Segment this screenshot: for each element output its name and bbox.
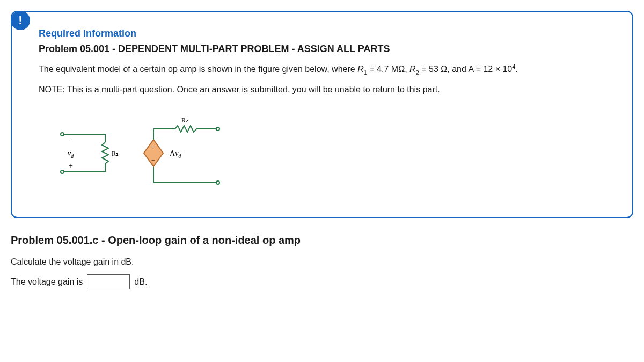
minus-label: − xyxy=(69,136,73,144)
opamp-model-svg: − + vd R₁ xyxy=(41,113,234,193)
subproblem-heading: Problem 05.001.c - Open-loop gain of a n… xyxy=(11,234,633,247)
problem-description: The equivalent model of a certain op amp… xyxy=(39,62,611,77)
diamond-minus: − xyxy=(151,156,155,164)
exclamation-icon: ! xyxy=(18,13,22,27)
prompt-text: Calculate the voltage gain in dB. xyxy=(11,257,633,267)
r1-symbol: R xyxy=(357,64,364,74)
period: . xyxy=(516,64,518,74)
required-information-label: Required information xyxy=(39,28,611,39)
vd-label: vd xyxy=(68,149,74,159)
answer-unit: dB. xyxy=(134,277,147,287)
svg-point-12 xyxy=(216,127,219,131)
required-information-box: ! Required information Problem 05.001 - … xyxy=(11,11,633,218)
svg-point-4 xyxy=(61,133,64,136)
answer-line: The voltage gain is dB. xyxy=(11,274,633,289)
plus-label: + xyxy=(69,162,73,170)
attention-icon: ! xyxy=(11,11,30,30)
svg-point-5 xyxy=(61,170,64,173)
r2-symbol: R xyxy=(409,64,416,74)
problem-heading: Problem 05.001 - DEPENDENT MULTI-PART PR… xyxy=(39,44,611,55)
description-text: The equivalent model of a certain op amp… xyxy=(39,64,357,74)
diamond-plus: + xyxy=(151,143,155,151)
svg-point-13 xyxy=(216,181,219,184)
answer-prefix: The voltage gain is xyxy=(11,277,83,287)
circuit-diagram: − + vd R₁ xyxy=(39,107,611,201)
avd-label: Avd xyxy=(170,149,181,159)
r2-label: R₂ xyxy=(181,117,188,124)
r1-label: R₁ xyxy=(112,150,119,157)
r2-a-value: = 53 Ω, and A = 12 × 10 xyxy=(419,64,512,74)
voltage-gain-input[interactable] xyxy=(87,274,130,289)
multipart-note: NOTE: This is a multi-part question. Onc… xyxy=(39,85,611,95)
r1-value: = 4.7 MΩ, xyxy=(367,64,409,74)
